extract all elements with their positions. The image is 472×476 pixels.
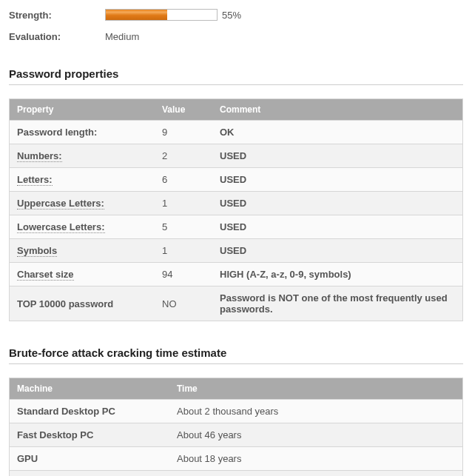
evaluation-value: Medium [105, 31, 139, 42]
crack-header-row: Machine Time [10, 378, 463, 400]
table-row: Password length:9OK [10, 121, 463, 144]
property-name[interactable]: Letters: [17, 174, 53, 186]
property-comment: USED [212, 192, 463, 215]
property-name-cell: TOP 10000 password [10, 286, 155, 321]
property-name[interactable]: Numbers: [17, 150, 62, 162]
property-name-cell: Numbers: [10, 144, 155, 168]
header-value: Value [155, 99, 212, 121]
header-property: Property [10, 99, 155, 121]
property-value: NO [155, 286, 212, 321]
property-name[interactable]: Symbols [17, 245, 57, 257]
strength-progress-fill [106, 10, 167, 20]
table-row: Fast Desktop PCAbout 46 years [10, 423, 463, 447]
table-row: Numbers:2USED [10, 144, 463, 168]
table-row: TOP 10000 passwordNOPassword is NOT one … [10, 286, 463, 321]
property-name-cell: Password length: [10, 121, 155, 144]
properties-table: Property Value Comment Password length:9… [9, 98, 463, 321]
properties-header-row: Property Value Comment [10, 99, 463, 121]
crack-title: Brute-force attack cracking time estimat… [9, 346, 463, 359]
property-value: 6 [155, 168, 212, 192]
property-comment: Password is NOT one of the most frequent… [212, 286, 463, 321]
property-value: 5 [155, 215, 212, 239]
property-value: 1 [155, 192, 212, 215]
table-row: Lowercase Letters:5USED [10, 215, 463, 239]
crack-time: About 46 years [169, 423, 463, 447]
crack-time: About 2 thousand years [169, 400, 463, 423]
table-row: Standard Desktop PCAbout 2 thousand year… [10, 400, 463, 423]
crack-table: Machine Time Standard Desktop PCAbout 2 … [9, 378, 463, 476]
properties-title: Password properties [9, 67, 463, 80]
property-name-cell: Lowercase Letters: [10, 215, 155, 239]
property-name[interactable]: Uppercase Letters: [17, 198, 104, 209]
property-name[interactable]: Lowercase Letters: [17, 221, 105, 233]
table-row: Symbols1USED [10, 239, 463, 263]
property-value: 94 [155, 263, 212, 286]
divider [9, 363, 463, 364]
crack-time: About 9 years [169, 471, 463, 477]
machine-name: GPU [10, 447, 170, 471]
machine-name: Standard Desktop PC [10, 400, 170, 423]
divider [9, 84, 463, 85]
property-name-cell: Charset size [10, 263, 155, 286]
table-row: Charset size94HIGH (A-Z, a-z, 0-9, symbo… [10, 263, 463, 286]
property-comment: OK [212, 121, 463, 144]
crack-time: About 18 years [169, 447, 463, 471]
property-comment: USED [212, 215, 463, 239]
machine-name: Fast Desktop PC [10, 423, 170, 447]
property-value: 9 [155, 121, 212, 144]
header-time: Time [169, 378, 463, 400]
property-comment: USED [212, 168, 463, 192]
property-comment: HIGH (A-Z, a-z, 0-9, symbols) [212, 263, 463, 286]
strength-label: Strength: [9, 10, 105, 21]
strength-progress-bar [105, 9, 218, 21]
table-row: Letters:6USED [10, 168, 463, 192]
property-value: 1 [155, 239, 212, 263]
table-row: Fast GPUAbout 9 years [10, 471, 463, 477]
strength-row: Strength: 55% [9, 9, 463, 21]
property-name-cell: Symbols [10, 239, 155, 263]
header-comment: Comment [212, 99, 463, 121]
machine-name: Fast GPU [10, 471, 170, 477]
table-row: Uppercase Letters:1USED [10, 192, 463, 215]
property-value: 2 [155, 144, 212, 168]
strength-percent: 55% [222, 10, 241, 21]
header-machine: Machine [10, 378, 170, 400]
property-comment: USED [212, 239, 463, 263]
property-name[interactable]: Charset size [17, 269, 74, 281]
property-name: Password length: [17, 127, 97, 138]
property-name: TOP 10000 password [17, 298, 113, 309]
property-comment: USED [212, 144, 463, 168]
evaluation-row: Evaluation: Medium [9, 31, 463, 42]
property-name-cell: Letters: [10, 168, 155, 192]
evaluation-label: Evaluation: [9, 31, 105, 42]
property-name-cell: Uppercase Letters: [10, 192, 155, 215]
strength-progress-wrap: 55% [105, 9, 241, 21]
table-row: GPUAbout 18 years [10, 447, 463, 471]
